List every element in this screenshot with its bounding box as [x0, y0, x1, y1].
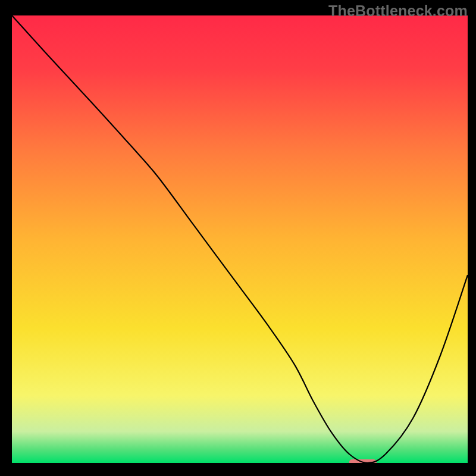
watermark-text: TheBottleneck.com — [328, 2, 468, 20]
chart-background — [12, 15, 468, 463]
chart-svg — [12, 15, 468, 463]
chart-plot — [12, 15, 468, 463]
chart-frame: TheBottleneck.com — [0, 0, 476, 476]
